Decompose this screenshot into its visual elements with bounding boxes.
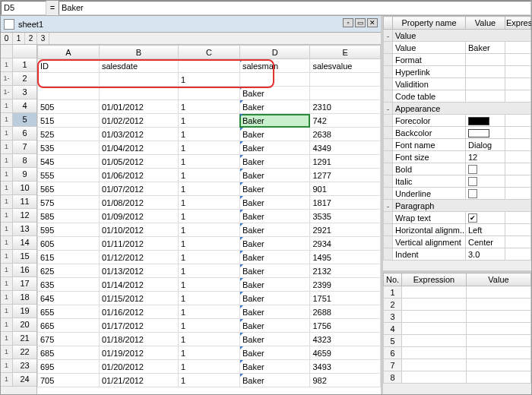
row-header[interactable]: 111 (1, 195, 36, 209)
row-header[interactable]: 121 (1, 332, 36, 346)
cell[interactable]: 675 (38, 333, 100, 346)
cell[interactable]: 1291 (310, 155, 381, 169)
row-header[interactable]: 1-3 (1, 86, 36, 100)
prop-value[interactable]: Baker (466, 42, 505, 54)
cell[interactable]: 585 (38, 210, 100, 223)
cell[interactable]: 685 (38, 346, 100, 360)
cell[interactable]: 595 (38, 223, 100, 237)
column-header[interactable]: D (239, 46, 310, 59)
row-header[interactable]: 114 (1, 236, 36, 250)
outline-level[interactable]: 0 (1, 33, 13, 44)
cell[interactable]: 01/01/2012 (99, 100, 178, 114)
cell[interactable]: 4659 (310, 346, 381, 360)
cell[interactable]: 01/12/2012 (99, 251, 178, 264)
cell[interactable]: 3535 (310, 210, 381, 223)
table-row[interactable]: 53501/04/20121Baker4349 (38, 141, 381, 155)
cell[interactable]: 1 (179, 141, 240, 155)
cell[interactable]: 2399 (310, 278, 381, 292)
table-row[interactable]: 69501/20/20121Baker3493 (38, 360, 381, 374)
prop-value[interactable]: Left (466, 224, 505, 236)
column-header[interactable]: B (99, 46, 178, 59)
prop-value[interactable]: 12 (466, 151, 505, 163)
cell[interactable]: Baker (239, 87, 310, 100)
expr-cell[interactable] (402, 323, 467, 335)
prop-value[interactable] (466, 188, 505, 200)
row-header[interactable]: 18 (1, 154, 36, 168)
prop-value[interactable] (466, 54, 505, 66)
cell[interactable]: 2934 (310, 237, 381, 251)
expr-value[interactable] (467, 323, 531, 335)
maximize-icon[interactable]: ▭ (355, 18, 366, 27)
prop-value[interactable] (466, 163, 505, 175)
cell[interactable]: 1 (179, 100, 240, 114)
table-row[interactable]: 62501/13/20121Baker2132 (38, 264, 381, 278)
color-swatch[interactable] (468, 117, 489, 125)
expr-value[interactable] (467, 286, 531, 299)
outline-level[interactable]: 1 (13, 33, 25, 44)
cell[interactable] (310, 73, 381, 87)
table-row[interactable]: 60501/11/20121Baker2934 (38, 237, 381, 251)
cell[interactable]: 1 (179, 346, 240, 360)
row-header[interactable]: 123 (1, 359, 36, 373)
cell[interactable]: Baker (239, 128, 310, 141)
prop-value[interactable] (466, 66, 505, 78)
column-header[interactable]: A (38, 46, 100, 59)
formula-input[interactable]: Baker (59, 1, 531, 15)
cell[interactable] (38, 87, 100, 100)
cell-reference-input[interactable]: D5 (1, 1, 46, 15)
cell[interactable]: 01/19/2012 (99, 346, 178, 360)
expr-cell[interactable] (402, 286, 467, 299)
table-row[interactable]: 52501/03/20121Baker2638 (38, 128, 381, 141)
cell[interactable]: 1 (179, 210, 240, 223)
prop-expr[interactable] (505, 78, 531, 90)
table-row[interactable]: 64501/15/20121Baker1751 (38, 292, 381, 305)
cell[interactable]: 4349 (310, 141, 381, 155)
cell[interactable] (310, 87, 381, 100)
prop-expr[interactable] (505, 175, 531, 188)
cell[interactable]: Baker (239, 319, 310, 333)
cell[interactable]: 1 (179, 114, 240, 128)
cell[interactable]: 2688 (310, 305, 381, 319)
cell[interactable]: 01/18/2012 (99, 333, 178, 346)
prop-expr[interactable] (505, 139, 531, 151)
cell[interactable] (239, 73, 310, 87)
checkbox[interactable] (468, 177, 477, 186)
cell[interactable]: 1 (179, 196, 240, 210)
table-row[interactable]: 1 (38, 73, 381, 87)
table-row[interactable]: 56501/07/20121Baker901 (38, 182, 381, 196)
prop-expr[interactable] (505, 224, 531, 236)
table-row[interactable]: 68501/19/20121Baker4659 (38, 346, 381, 360)
row-header[interactable]: 110 (1, 182, 36, 195)
cell[interactable]: 982 (310, 374, 381, 387)
table-row[interactable]: 66501/17/20121Baker1756 (38, 319, 381, 333)
row-header[interactable]: 124 (1, 373, 36, 387)
cell[interactable]: 01/02/2012 (99, 114, 178, 128)
cell[interactable]: Baker (239, 237, 310, 251)
cell[interactable]: 01/21/2012 (99, 374, 178, 387)
prop-expr[interactable] (505, 42, 531, 54)
cell[interactable]: Baker (239, 114, 310, 128)
cell[interactable]: Baker (239, 100, 310, 114)
row-header[interactable]: 118 (1, 291, 36, 305)
cell[interactable]: 3493 (310, 360, 381, 374)
expressions-panel[interactable]: No.ExpressionValue12345678 (383, 273, 531, 394)
cell[interactable]: 1 (179, 374, 240, 387)
prop-expr[interactable] (505, 236, 531, 248)
cell[interactable]: 01/09/2012 (99, 210, 178, 223)
row-header[interactable]: 120 (1, 318, 36, 332)
cell[interactable]: 525 (38, 128, 100, 141)
cell[interactable]: Baker (239, 333, 310, 346)
cell[interactable]: 01/04/2012 (99, 141, 178, 155)
cell[interactable] (99, 87, 178, 100)
cell[interactable]: 545 (38, 155, 100, 169)
cell[interactable]: Baker (239, 264, 310, 278)
grid-area[interactable]: ABCDEIDsalesdatesalesmansalesvalue1Baker… (37, 45, 381, 394)
cell[interactable]: 01/15/2012 (99, 292, 178, 305)
cell[interactable]: 2921 (310, 223, 381, 237)
cell[interactable]: 555 (38, 169, 100, 182)
cell[interactable]: 1817 (310, 196, 381, 210)
cell[interactable]: 695 (38, 360, 100, 374)
cell[interactable]: 1 (179, 73, 240, 87)
cell[interactable]: Baker (239, 196, 310, 210)
row-header[interactable]: 113 (1, 223, 36, 236)
